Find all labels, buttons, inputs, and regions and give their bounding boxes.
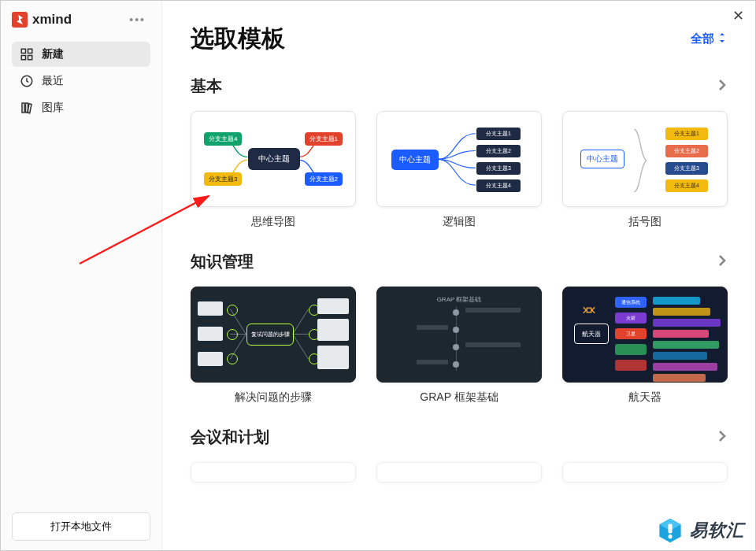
watermark: 易软汇 [657,517,744,544]
chevron-right-icon[interactable] [717,429,727,446]
pill: 卫星 [615,328,647,339]
open-local-file-button[interactable]: 打开本地文件 [12,512,150,541]
sidebar-item-label: 新建 [42,47,64,61]
open-local-label: 打开本地文件 [50,520,112,532]
thumb-placeholder [191,462,356,483]
center-topic: 航天器 [574,324,609,344]
center-topic: 中心主题 [391,150,439,170]
cards-meetings [191,462,727,483]
pill [615,344,647,355]
watermark-logo-icon [657,517,684,544]
section-title: 知识管理 [191,251,254,272]
branch-topic: 分支主题2 [665,145,708,157]
page-title: 选取模板 [191,23,285,55]
thumb-mindmap: 中心主题 分支主题4 分支主题1 分支主题3 分支主题2 [191,111,356,207]
bar [653,341,719,349]
branch-topic: 分支主题1 [305,132,343,146]
bar [653,330,709,338]
branch-topic: 分支主题1 [665,128,708,140]
thumb-placeholder [562,462,728,483]
svg-rect-2 [21,56,25,60]
pill: 通信系统 [615,297,647,308]
chevron-right-icon[interactable] [717,253,727,271]
watermark-text: 易软汇 [690,519,744,542]
sidebar-item-label: 图库 [42,101,64,115]
svg-rect-9 [668,524,672,534]
filter-all-button[interactable]: 全部 [691,31,727,46]
card-label: 航天器 [628,390,662,405]
app-name: xmind [32,12,72,28]
chevron-right-icon[interactable] [717,78,727,95]
sidebar-item-label: 最近 [42,74,64,88]
sidebar: xmind ••• 新建 最近 图库 [1,1,162,550]
brand: xmind [12,12,72,28]
template-card-logic[interactable]: 中心主题 分支主题1 分支主题2 分支主题3 分支主题4 逻辑图 [376,111,542,229]
section-head-meetings: 会议和计划 [191,427,727,448]
sidebar-item-recent[interactable]: 最近 [12,68,150,94]
template-card-placeholder[interactable] [376,462,542,483]
header: 选取模板 全部 [191,23,727,55]
center-topic: 中心主题 [248,148,300,170]
template-card-bracket[interactable]: 中心主题 分支主题1 分支主题2 分支主题3 分支主题4 括号图 [562,111,728,229]
sort-icon [717,32,727,46]
template-card-problem-steps[interactable]: 复试问题的步骤 解决问题的步骤 [191,287,356,405]
brand-row: xmind ••• [12,12,150,28]
thumb-title: GRAP 框架基础 [377,295,541,304]
card-label: 思维导图 [251,215,295,229]
pill: 火箭 [615,312,647,324]
template-card-grap[interactable]: GRAP 框架基础 GRAP 框架基础 [376,287,542,405]
svg-rect-5 [587,308,591,312]
library-icon [20,101,34,115]
thumb-bracket: 中心主题 分支主题1 分支主题2 分支主题3 分支主题4 [562,111,728,207]
logo-icon [12,12,28,28]
center-topic: 复试问题的步骤 [246,324,294,346]
thumb-placeholder [376,462,542,483]
branch-topic: 分支主题1 [476,128,521,140]
card-label: 括号图 [628,215,662,229]
section-title: 会议和计划 [191,427,269,448]
thumb-logic: 中心主题 分支主题1 分支主题2 分支主题3 分支主题4 [376,111,542,207]
branch-topic: 分支主题2 [476,145,521,157]
branch-topic: 分支主题3 [476,162,521,175]
svg-rect-1 [28,49,32,53]
branch-topic: 分支主题4 [665,179,708,192]
svg-point-10 [668,534,672,538]
bar [653,297,700,305]
thumb-dark: GRAP 框架基础 [376,287,542,383]
section-title: 基本 [191,76,222,97]
branch-topic: 分支主题4 [204,132,242,146]
branch-topic: 分支主题2 [305,172,343,186]
sidebar-item-library[interactable]: 图库 [12,95,150,120]
template-card-placeholder[interactable] [562,462,728,483]
more-menu-icon[interactable]: ••• [124,12,150,28]
branch-topic: 分支主题3 [665,162,708,175]
svg-rect-0 [21,49,25,53]
sidebar-item-new[interactable]: 新建 [12,42,150,67]
body: xmind ••• 新建 最近 图库 [1,1,755,550]
grid-icon [20,47,34,61]
center-topic: 中心主题 [580,150,624,168]
branch-topic: 分支主题3 [204,172,242,186]
card-label: 逻辑图 [443,215,476,229]
bar [653,308,710,316]
brace-icon [632,129,647,192]
main-content: 选取模板 全部 基本 [162,1,755,550]
template-card-spacecraft[interactable]: 航天器 通信系统火箭卫星 航天器 [562,287,728,405]
template-card-mindmap[interactable]: 中心主题 分支主题4 分支主题1 分支主题3 分支主题2 思维导图 [191,111,356,229]
bar [653,319,721,327]
cards-knowledge: 复试问题的步骤 解决问题的步骤 [191,287,727,405]
satellite-icon [580,301,598,319]
card-label: GRAP 框架基础 [420,390,498,405]
thumb-dark: 航天器 通信系统火箭卫星 [562,287,728,383]
pill [615,360,647,371]
app-window: ✕ xmind ••• 新建 最近 [0,0,756,551]
template-card-placeholder[interactable] [191,462,356,483]
close-icon[interactable]: ✕ [732,7,744,24]
bar [653,352,707,360]
bar [653,363,717,371]
section-head-knowledge: 知识管理 [191,251,727,272]
filter-all-label: 全部 [691,31,714,46]
card-label: 解决问题的步骤 [235,390,312,405]
bar [653,374,706,382]
branch-topic: 分支主题4 [476,179,521,192]
